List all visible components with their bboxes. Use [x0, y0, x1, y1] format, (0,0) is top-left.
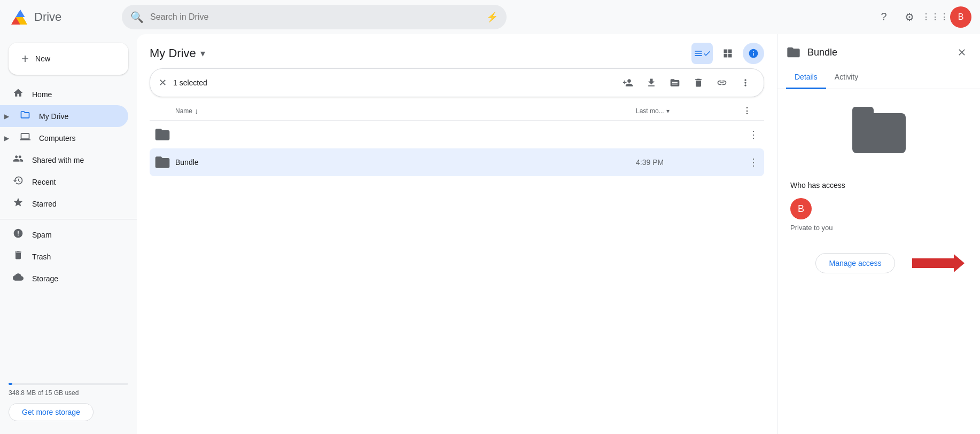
my-drive-title-text: My Drive	[150, 46, 196, 60]
sidebar: + New Home ▶ My Drive ▶ Computers	[0, 34, 137, 434]
list-view-button[interactable]	[691, 43, 713, 64]
close-icon	[956, 47, 967, 58]
right-panel-header: Bundle	[777, 34, 980, 66]
who-has-access-title: Who has access	[790, 181, 967, 190]
content-header: My Drive ▾	[137, 34, 777, 68]
file-more-button[interactable]: ⋮	[743, 129, 764, 140]
computers-expand-icon: ▶	[4, 135, 9, 142]
bundle-modified-cell: 4:39 PM	[636, 158, 743, 167]
account-avatar[interactable]: B	[950, 6, 971, 28]
sidebar-item-home[interactable]: Home	[0, 83, 128, 105]
apps-button[interactable]: ⋮⋮⋮	[924, 6, 946, 28]
trash-icon	[13, 250, 24, 263]
sidebar-item-label-my-drive: My Drive	[39, 112, 68, 121]
search-icon: 🔍	[130, 11, 144, 23]
move-to-button[interactable]	[665, 73, 685, 92]
file-list-header: Name ↓ Last mo... ▾ ⋮	[150, 101, 764, 121]
sidebar-item-recent[interactable]: Recent	[0, 171, 128, 193]
selection-close-button[interactable]: ✕	[159, 77, 167, 89]
right-panel: Bundle Details Activity	[777, 34, 980, 434]
search-bar[interactable]: 🔍 ⚡	[122, 5, 507, 29]
panel-title: Bundle	[807, 47, 946, 58]
google-drive-logo-v2	[9, 6, 30, 28]
column-actions-header: ⋮	[743, 106, 764, 116]
copy-link-button[interactable]	[712, 73, 732, 92]
col-more-icon[interactable]: ⋮	[743, 106, 751, 115]
topbar: Drive 🔍 ⚡ ? ⚙ ⋮⋮⋮ B	[0, 0, 980, 34]
column-modified-label: Last mo...	[636, 107, 664, 115]
sort-arrow-icon: ↓	[195, 107, 198, 115]
file-list: Name ↓ Last mo... ▾ ⋮	[137, 101, 777, 434]
folder-body-shape	[852, 113, 906, 153]
red-arrow-annotation	[912, 258, 955, 268]
download-button[interactable]	[642, 73, 661, 92]
sidebar-item-trash[interactable]: Trash	[0, 246, 128, 267]
app-name: Drive	[34, 10, 61, 24]
view-controls	[691, 43, 764, 64]
expand-arrow-icon: ▶	[4, 113, 9, 120]
sidebar-item-label-starred: Starred	[32, 200, 57, 208]
folder-preview	[847, 106, 911, 160]
panel-close-button[interactable]	[952, 43, 971, 62]
settings-button[interactable]: ⚙	[899, 6, 920, 28]
search-filter-icon[interactable]: ⚡	[486, 11, 498, 23]
sidebar-item-label-storage: Storage	[32, 274, 58, 283]
get-more-storage-button[interactable]: Get more storage	[9, 403, 94, 421]
plus-icon: +	[21, 51, 29, 66]
modified-expand-icon: ▾	[666, 107, 670, 115]
tab-details-label: Details	[795, 73, 818, 81]
new-button[interactable]: + New	[9, 43, 128, 75]
storage-bar-bg	[9, 383, 128, 385]
folder-shape	[852, 113, 906, 153]
selection-toolbar: ✕ 1 selected	[150, 68, 764, 97]
sidebar-divider	[0, 219, 137, 219]
table-row[interactable]: Bundle 4:39 PM ⋮	[150, 148, 764, 176]
search-input[interactable]	[150, 12, 480, 22]
add-person-button[interactable]	[618, 73, 637, 92]
help-button[interactable]: ?	[873, 6, 895, 28]
sidebar-item-storage[interactable]: Storage	[0, 267, 128, 289]
sidebar-item-computers[interactable]: ▶ Computers	[0, 127, 128, 149]
sidebar-item-label-trash: Trash	[32, 252, 51, 261]
bundle-name-cell: Bundle	[175, 158, 636, 167]
sidebar-item-label-recent: Recent	[32, 178, 56, 186]
panel-folder-icon	[786, 45, 801, 60]
manage-access-button[interactable]: Manage access	[815, 253, 895, 273]
my-drive-icon	[20, 109, 30, 123]
main-layout: + New Home ▶ My Drive ▶ Computers	[0, 34, 980, 434]
home-icon	[13, 88, 24, 101]
delete-button[interactable]	[689, 73, 708, 92]
who-has-access-section: Who has access B Private to you	[777, 172, 980, 240]
bundle-more-button[interactable]: ⋮	[743, 156, 764, 168]
grid-view-button[interactable]	[717, 43, 738, 64]
sidebar-item-label-home: Home	[32, 90, 52, 99]
table-row[interactable]: ⋮	[150, 121, 764, 148]
sidebar-item-my-drive[interactable]: ▶ My Drive	[0, 105, 128, 127]
spam-icon	[13, 228, 24, 241]
more-actions-button[interactable]	[736, 73, 755, 92]
sidebar-item-label-computers: Computers	[39, 134, 75, 143]
shared-icon	[13, 153, 24, 167]
folder-icon-container	[150, 126, 175, 143]
tab-details[interactable]: Details	[786, 66, 826, 89]
computers-icon	[20, 131, 30, 145]
drive-title-chevron-icon: ▾	[200, 48, 205, 59]
sidebar-item-spam[interactable]: Spam	[0, 224, 128, 246]
info-button[interactable]	[743, 43, 764, 64]
manage-access-row: Manage access	[803, 244, 954, 282]
private-label: Private to you	[790, 224, 967, 232]
bundle-folder-icon	[154, 154, 171, 171]
tab-activity[interactable]: Activity	[826, 66, 867, 89]
sidebar-item-label-spam: Spam	[32, 231, 52, 239]
sidebar-item-starred[interactable]: Starred	[0, 193, 128, 215]
column-name[interactable]: Name ↓	[175, 107, 636, 115]
logo-area: Drive	[9, 6, 115, 28]
my-drive-title-button[interactable]: My Drive ▾	[150, 46, 205, 60]
column-modified[interactable]: Last mo... ▾	[636, 107, 743, 115]
sidebar-item-shared[interactable]: Shared with me	[0, 149, 128, 171]
topbar-actions: ? ⚙ ⋮⋮⋮ B	[873, 6, 971, 28]
tab-activity-label: Activity	[835, 73, 858, 81]
folder-icon	[154, 126, 171, 143]
column-name-label: Name	[175, 107, 192, 115]
arrow-body	[912, 258, 955, 268]
